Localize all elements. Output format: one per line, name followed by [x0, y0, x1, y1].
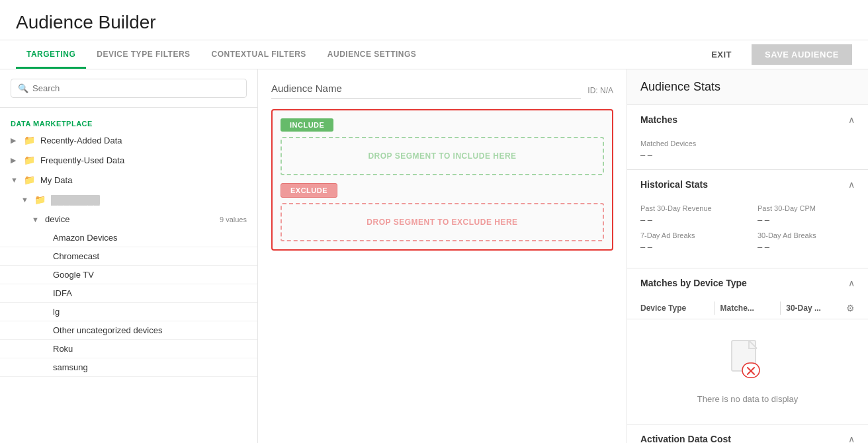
exclude-badge: EXCLUDE [281, 183, 337, 198]
audience-name-label: Audience Name [271, 83, 581, 99]
folder-icon: 📁 [24, 155, 35, 165]
device-type-col-header: Device Type [640, 303, 709, 313]
matches-by-device-chevron: ∧ [848, 278, 855, 288]
30day-value: – – [758, 242, 855, 252]
historical-stats-title: Historical Stats [640, 179, 708, 190]
tree-label: My Data [40, 175, 72, 185]
device-table-header: Device Type Matche... 30-Day ... ⚙ [627, 298, 868, 319]
expand-icon: ▼ [21, 196, 29, 204]
matched-devices-value: – – [640, 150, 855, 160]
search-icon: 🔍 [18, 83, 28, 93]
folder-icon: 📁 [24, 175, 35, 185]
device-item-amazon[interactable]: Amazon Devices [0, 229, 257, 247]
tab-contextual-filters[interactable]: CONTEXTUAL FILTERS [201, 40, 317, 69]
search-box: 🔍 [11, 79, 247, 98]
matches-by-device-section: Matches by Device Type ∧ Device Type Mat… [627, 268, 868, 424]
past-30-revenue: Past 30-Day Revenue – – [640, 204, 738, 225]
matches-by-device-title: Matches by Device Type [640, 278, 747, 288]
exclude-drop-area[interactable]: DROP SEGMENT TO EXCLUDE HERE [281, 203, 604, 241]
activation-data-cost-title: Activation Data Cost [640, 434, 731, 443]
no-data-text: There is no data to display [697, 394, 798, 404]
activation-chevron: ∧ [848, 434, 855, 443]
tabs-actions: EXIT SAVE AUDIENCE [698, 44, 852, 65]
matches-by-device-header[interactable]: Matches by Device Type ∧ [627, 268, 868, 298]
matches-chevron: ∧ [848, 114, 855, 125]
folder-icon: 📁 [24, 135, 35, 145]
tree-label: Recently-Added Data [40, 136, 122, 145]
expand-icon: ▶ [11, 156, 19, 165]
matches-body: Matched Devices – – [627, 134, 868, 169]
historical-chevron: ∧ [848, 179, 855, 190]
right-panel: Audience Stats Matches ∧ Matched Devices… [627, 69, 868, 443]
no-data-container: There is no data to display [627, 319, 868, 424]
expand-icon: ▼ [32, 216, 40, 223]
matches-col-header: Matche... [720, 303, 775, 313]
device-item-chromecast[interactable]: Chromecast [0, 247, 257, 266]
tree-item-frequently-used[interactable]: ▶ 📁 Frequently-Used Data [0, 150, 257, 170]
expand-icon: ▼ [11, 176, 19, 184]
device-badge: 9 values [220, 216, 247, 223]
tree-item-my-data-child[interactable]: ▼ 📁 ████████ [0, 190, 257, 210]
historical-stats-body: Past 30-Day Revenue – – Past 30-Day CPM … [627, 199, 868, 268]
left-panel: 🔍 DATA MARKETPLACE ▶ 📁 Recently-Added Da… [0, 69, 258, 443]
search-input[interactable] [32, 83, 239, 93]
device-item-idfa[interactable]: IDFA [0, 284, 257, 303]
past-30-cpm: Past 30-Day CPM – – [758, 204, 855, 225]
device-item-roku[interactable]: Roku [0, 340, 257, 358]
data-tree: DATA MARKETPLACE ▶ 📁 Recently-Added Data… [0, 108, 257, 443]
include-zone: INCLUDE DROP SEGMENT TO INCLUDE HERE [281, 118, 604, 175]
device-item-lg[interactable]: lg [0, 303, 257, 321]
folder-icon: 📁 [34, 194, 46, 205]
activation-data-cost-section: Activation Data Cost ∧ CPM – – [627, 424, 868, 443]
drop-zone-wrapper: INCLUDE DROP SEGMENT TO INCLUDE HERE EXC… [271, 109, 613, 251]
tab-audience-settings[interactable]: AUDIENCE SETTINGS [317, 40, 427, 69]
page-title: Audience Builder [16, 12, 852, 33]
past-30-cpm-label: Past 30-Day CPM [758, 204, 855, 212]
matched-devices-label: Matched Devices [640, 140, 855, 147]
tabs-bar: TARGETING DEVICE TYPE FILTERS CONTEXTUAL… [0, 40, 868, 69]
page-header: Audience Builder [0, 0, 868, 40]
past-30-cpm-value: – – [758, 215, 855, 225]
7day-ad-breaks: 7-Day Ad Breaks – – [640, 231, 738, 252]
tree-label: Frequently-Used Data [40, 155, 124, 165]
matched-devices-item: Matched Devices – – [640, 140, 855, 160]
audience-header: Audience Name ID: N/A [271, 83, 613, 99]
device-item-other[interactable]: Other uncategorized devices [0, 321, 257, 340]
device-label: device [45, 214, 70, 224]
activation-data-cost-header[interactable]: Activation Data Cost ∧ [627, 424, 868, 443]
include-badge: INCLUDE [281, 118, 333, 132]
settings-icon[interactable]: ⚙ [846, 303, 855, 313]
search-wrap: 🔍 [0, 69, 257, 108]
thirty-day-col-header: 30-Day ... [786, 303, 841, 313]
matches-section-header[interactable]: Matches ∧ [627, 105, 868, 134]
past-30-revenue-value: – – [640, 215, 738, 225]
historical-stats-section: Historical Stats ∧ Past 30-Day Revenue –… [627, 170, 868, 268]
7day-value: – – [640, 242, 738, 252]
col-divider-1 [714, 302, 715, 315]
main-layout: 🔍 DATA MARKETPLACE ▶ 📁 Recently-Added Da… [0, 69, 868, 443]
file-error-svg [730, 339, 765, 379]
7day-label: 7-Day Ad Breaks [640, 231, 738, 239]
device-item-samsung[interactable]: samsung [0, 358, 257, 377]
tab-device-type-filters[interactable]: DEVICE TYPE FILTERS [86, 40, 200, 69]
expand-icon: ▶ [11, 136, 19, 145]
device-item-google-tv[interactable]: Google TV [0, 266, 257, 284]
col-divider-2 [780, 302, 781, 315]
stat-row-1: Past 30-Day Revenue – – Past 30-Day CPM … [640, 204, 855, 225]
historical-stats-header[interactable]: Historical Stats ∧ [627, 170, 868, 199]
blurred-label: ████████ [51, 195, 100, 205]
tree-item-recently-added[interactable]: ▶ 📁 Recently-Added Data [0, 130, 257, 150]
tree-item-device[interactable]: ▼ device 9 values [0, 210, 257, 229]
30day-label: 30-Day Ad Breaks [758, 231, 855, 239]
tree-item-my-data[interactable]: ▼ 📁 My Data [0, 170, 257, 190]
exit-button[interactable]: EXIT [698, 44, 745, 65]
save-audience-button[interactable]: SAVE AUDIENCE [752, 44, 852, 65]
audience-stats-title: Audience Stats [627, 69, 868, 105]
audience-id: ID: N/A [587, 86, 613, 95]
include-drop-area[interactable]: DROP SEGMENT TO INCLUDE HERE [281, 137, 604, 175]
matches-section: Matches ∧ Matched Devices – – [627, 105, 868, 170]
exclude-zone: EXCLUDE DROP SEGMENT TO EXCLUDE HERE [281, 183, 604, 241]
tab-targeting[interactable]: TARGETING [16, 40, 86, 69]
matches-title: Matches [640, 114, 677, 125]
30day-ad-breaks: 30-Day Ad Breaks – – [758, 231, 855, 252]
